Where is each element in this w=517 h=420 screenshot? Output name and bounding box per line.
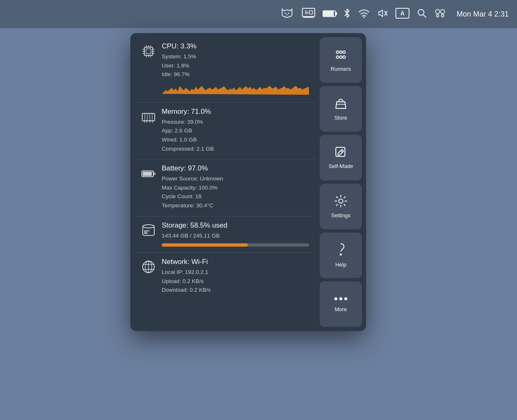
svg-point-41 xyxy=(143,225,154,228)
storage-title: Storage: 58.5% used xyxy=(162,221,309,230)
mute-icon[interactable] xyxy=(377,8,388,21)
search-icon[interactable] xyxy=(417,8,427,20)
settings-label: Settings xyxy=(331,212,351,218)
cpu-detail: System: 1.5% User: 1.8% Idle: 96.7% xyxy=(162,52,309,79)
storage-content: Storage: 58.5% used 143.44 GB / 245.11 G… xyxy=(162,221,309,247)
memory-icon xyxy=(141,109,156,127)
stats-panel: CPU: 3.3% System: 1.5% User: 1.8% Idle: … xyxy=(134,37,316,327)
svg-point-52 xyxy=(343,51,345,53)
self-made-icon xyxy=(335,146,347,160)
svg-rect-3 xyxy=(309,11,313,14)
svg-point-11 xyxy=(436,10,440,14)
svg-point-13 xyxy=(436,14,439,17)
settings-icon xyxy=(334,194,347,209)
svg-point-53 xyxy=(336,56,339,58)
svg-point-61 xyxy=(335,298,337,300)
svg-point-63 xyxy=(345,298,347,300)
svg-rect-39 xyxy=(143,172,152,176)
svg-rect-16 xyxy=(146,49,151,54)
bluetooth-icon[interactable] xyxy=(343,7,351,21)
battery-title: Battery: 97.0% xyxy=(162,164,309,173)
cpu-chart xyxy=(162,82,309,95)
runners-button[interactable]: Runners xyxy=(320,37,362,83)
store-icon xyxy=(335,97,347,111)
svg-point-50 xyxy=(336,51,339,53)
svg-point-62 xyxy=(340,298,342,300)
battery-detail: Power Source: Unknown Max Capacity: 100.… xyxy=(162,174,309,210)
storage-icon xyxy=(141,223,156,241)
more-label: More xyxy=(335,306,347,312)
system-monitor-popup: CPU: 3.3% System: 1.5% User: 1.8% Idle: … xyxy=(130,33,366,331)
menubar: A Mon Mar 4 2:31 xyxy=(0,0,517,28)
svg-point-14 xyxy=(441,14,444,17)
buttons-panel: Runners Store Self-Made xyxy=(320,37,362,327)
self-made-label: Self-Made xyxy=(328,163,353,169)
network-title: Network: Wi-Fi xyxy=(162,258,309,266)
svg-line-58 xyxy=(341,151,342,152)
keyboard-icon[interactable]: A xyxy=(395,8,409,21)
store-button[interactable]: Store xyxy=(320,86,362,132)
svg-point-59 xyxy=(339,199,343,203)
help-button[interactable]: Help xyxy=(320,233,362,278)
battery-content: Battery: 97.0% Power Source: Unknown Max… xyxy=(162,164,309,210)
storage-detail: 143.44 GB / 245.11 GB xyxy=(162,231,309,240)
svg-rect-57 xyxy=(336,147,345,156)
wifi-icon[interactable] xyxy=(358,9,370,20)
svg-point-4 xyxy=(363,17,365,18)
memory-detail: Pressure: 39.0% App: 2.6 GB Wired: 1.0 G… xyxy=(162,118,309,153)
svg-point-55 xyxy=(343,56,345,58)
help-icon xyxy=(335,243,346,258)
display-icon[interactable] xyxy=(302,8,315,21)
battery-section: Battery: 97.0% Power Source: Unknown Max… xyxy=(134,159,316,216)
runners-icon xyxy=(334,48,347,62)
storage-bar-container xyxy=(162,243,309,247)
self-made-button[interactable]: Self-Made xyxy=(320,135,362,180)
control-center-icon[interactable] xyxy=(434,8,446,20)
svg-point-12 xyxy=(440,10,445,14)
svg-point-60 xyxy=(340,254,342,256)
svg-rect-29 xyxy=(142,113,155,121)
memory-section: Memory: 71.0% Pressure: 39.0% App: 2.6 G… xyxy=(134,103,316,159)
runners-label: Runners xyxy=(330,66,351,72)
more-icon xyxy=(333,296,348,303)
settings-button[interactable]: Settings xyxy=(320,184,362,229)
network-section: Network: Wi-Fi Local IP: 192.0.2.1 Uploa… xyxy=(134,253,316,300)
cpu-content: CPU: 3.3% System: 1.5% User: 1.8% Idle: … xyxy=(162,42,309,96)
svg-line-10 xyxy=(423,14,426,17)
cpu-section: CPU: 3.3% System: 1.5% User: 1.8% Idle: … xyxy=(134,37,316,103)
svg-rect-15 xyxy=(144,47,153,55)
network-detail: Local IP: 192.0.2.1 Upload: 0.2 KB/s Dow… xyxy=(162,268,309,295)
cat-icon[interactable] xyxy=(280,6,294,23)
battery-icon[interactable] xyxy=(323,10,336,19)
svg-point-1 xyxy=(288,12,289,14)
svg-point-0 xyxy=(285,12,286,14)
cpu-title: CPU: 3.3% xyxy=(162,42,309,50)
help-label: Help xyxy=(335,262,347,268)
network-content: Network: Wi-Fi Local IP: 192.0.2.1 Uploa… xyxy=(162,258,309,295)
svg-point-51 xyxy=(340,51,342,53)
svg-point-54 xyxy=(340,56,342,58)
battery-stat-icon xyxy=(141,166,156,184)
storage-section: Storage: 58.5% used 143.44 GB / 245.11 G… xyxy=(134,216,316,253)
memory-title: Memory: 71.0% xyxy=(162,108,309,116)
menubar-time: Mon Mar 4 2:31 xyxy=(457,10,509,19)
cpu-icon xyxy=(141,44,156,62)
storage-bar-fill xyxy=(162,243,248,247)
network-icon xyxy=(141,259,156,277)
memory-content: Memory: 71.0% Pressure: 39.0% App: 2.6 G… xyxy=(162,108,309,153)
svg-text:A: A xyxy=(400,10,405,17)
more-button[interactable]: More xyxy=(320,281,362,327)
store-label: Store xyxy=(334,115,347,121)
